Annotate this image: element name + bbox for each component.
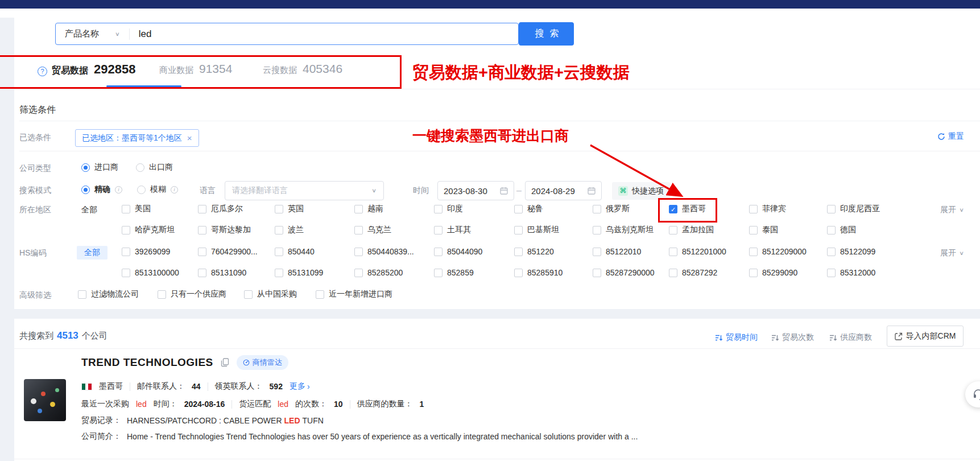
quick-options-button[interactable]: ⌘ 快捷选项 [612, 182, 670, 200]
language-select[interactable]: 请选择翻译语言 ∨ [225, 181, 384, 200]
advanced-option[interactable]: 只有一个供应商 [158, 289, 226, 299]
match-times-count: 10 [334, 400, 343, 409]
import-crm-button[interactable]: 导入内部CRM [887, 326, 964, 347]
hs-option[interactable]: 85122099 [827, 247, 875, 256]
hs-all-option[interactable]: 全部 [77, 246, 107, 260]
checkbox-label: 852859 [447, 268, 474, 277]
hs-option[interactable]: 8512201000 [669, 247, 726, 256]
region-option[interactable]: 越南 [354, 204, 383, 214]
region-option[interactable]: 俄罗斯 [593, 204, 630, 214]
radio-icon [137, 186, 146, 194]
region-option[interactable]: 泰国 [749, 225, 778, 235]
region-option[interactable]: 哈萨克斯坦 [122, 225, 175, 235]
hs-option[interactable]: 85312000 [827, 268, 875, 277]
region-option[interactable]: 秘鲁 [514, 204, 543, 214]
region-option[interactable]: 孟加拉国 [669, 225, 714, 235]
region-option[interactable]: 乌兹别克斯坦 [593, 225, 654, 235]
hs-option[interactable]: 760429900... [198, 247, 258, 256]
checkbox-icon [316, 290, 324, 299]
region-option-mexico-checked[interactable]: ✓墨西哥 [669, 204, 706, 214]
hs-option[interactable]: 850440839... [354, 247, 414, 256]
checkbox-label: 哥斯达黎加 [211, 225, 251, 235]
region-option[interactable]: 英国 [275, 204, 304, 214]
radio-fuzzy-mode[interactable]: 模糊 i [137, 184, 178, 195]
copy-icon[interactable] [221, 358, 229, 367]
checkbox-label: 墨西哥 [682, 204, 706, 214]
hs-option[interactable]: 851220 [514, 247, 554, 256]
company-thumbnail[interactable] [24, 379, 66, 421]
region-option[interactable]: 乌克兰 [354, 225, 391, 235]
hs-option[interactable]: 85299090 [749, 268, 797, 277]
radar-icon [243, 359, 250, 366]
region-option[interactable]: 菲律宾 [749, 204, 786, 214]
advanced-option[interactable]: 从中国采购 [244, 289, 297, 299]
results-count: 4513 [57, 330, 78, 341]
region-option[interactable]: 土耳其 [434, 225, 471, 235]
checkbox-label: 乌兹别克斯坦 [606, 225, 654, 235]
region-option[interactable]: 哥斯达黎加 [198, 225, 251, 235]
date-from-input[interactable]: 2023-08-30 [437, 181, 514, 200]
hs-option[interactable]: 85287290000 [593, 268, 655, 277]
sort-trade-count[interactable]: 贸易次数 [771, 332, 814, 343]
region-option[interactable]: 波兰 [275, 225, 304, 235]
hs-expand-button[interactable]: 展开∨ [940, 248, 964, 258]
checkbox-icon [749, 226, 758, 234]
region-option[interactable]: 巴基斯坦 [514, 225, 559, 235]
radio-importer[interactable]: 进口商 [81, 162, 118, 172]
checkbox-icon [275, 248, 283, 256]
radio-icon [81, 186, 90, 194]
hs-option[interactable]: 85285910 [514, 268, 563, 277]
hs-option[interactable]: 85285200 [354, 268, 403, 277]
checkbox-label: 哈萨克斯坦 [135, 225, 175, 235]
radio-exact-mode[interactable]: 精确 i [81, 184, 122, 195]
sort-trade-time[interactable]: 贸易时间 [715, 332, 758, 343]
info-icon[interactable]: i [171, 186, 178, 194]
tab-cloud-search-data[interactable]: 云搜数据 405346 [263, 62, 342, 76]
hs-option[interactable]: 85122010 [593, 247, 641, 256]
search-field-selector[interactable]: 产品名称 ∨ [56, 28, 129, 39]
email-contacts-label: 邮件联系人： [137, 381, 185, 392]
checkbox-icon [158, 290, 166, 299]
hs-option[interactable]: 85131090 [198, 268, 246, 277]
region-expand-button[interactable]: 展开∨ [940, 205, 964, 215]
region-option[interactable]: 德国 [827, 225, 856, 235]
radio-exporter[interactable]: 出口商 [136, 162, 173, 172]
checkbox-label: 过滤物流公司 [91, 289, 139, 299]
region-option[interactable]: 印度尼西亚 [827, 204, 880, 214]
hs-option[interactable]: 8512209000 [749, 247, 807, 256]
region-option[interactable]: 厄瓜多尔 [198, 204, 243, 214]
hs-option[interactable]: 85044090 [434, 247, 482, 256]
tab-trade-data[interactable]: 贸易数据 292858 [52, 62, 135, 77]
help-icon[interactable]: ? [38, 67, 47, 76]
hs-option[interactable]: 850440 [275, 247, 315, 256]
radio-label: 模糊 [150, 184, 166, 195]
region-all-option[interactable]: 全部 [81, 205, 97, 215]
divider [14, 459, 980, 459]
advanced-option[interactable]: 近一年新增进口商 [316, 289, 392, 299]
close-icon[interactable]: × [187, 133, 192, 143]
checkbox-icon [122, 205, 130, 213]
time-label: 时间 [413, 186, 429, 196]
row-label: 公司类型 [19, 163, 51, 174]
checkbox-label: 85299090 [762, 268, 797, 277]
search-input[interactable] [130, 28, 518, 40]
company-name[interactable]: TREND TECHNOLOGIES [81, 356, 213, 369]
sort-supplier-count[interactable]: 供应商数 [829, 332, 872, 343]
business-radar-badge[interactable]: 商情雷达 [237, 355, 288, 370]
region-option[interactable]: 美国 [122, 204, 151, 214]
tab-business-data[interactable]: 商业数据 91354 [159, 62, 232, 76]
hs-option[interactable]: 85287292 [669, 268, 717, 277]
hs-option[interactable]: 8513100000 [122, 268, 179, 277]
selected-region-tag[interactable]: 已选地区：墨西哥等1个地区 × [75, 129, 199, 147]
info-icon[interactable]: i [115, 186, 122, 194]
reset-button[interactable]: 重置 [937, 131, 964, 142]
region-option[interactable]: 印度 [434, 204, 463, 214]
expand-label: 展开 [940, 205, 956, 215]
date-to-input[interactable]: 2024-08-29 [525, 181, 602, 200]
hs-option[interactable]: 85131099 [275, 268, 323, 277]
hs-option[interactable]: 852859 [434, 268, 474, 277]
advanced-option[interactable]: 过滤物流公司 [78, 289, 139, 299]
more-button[interactable]: 更多 › [290, 381, 310, 392]
search-button[interactable]: 搜索 [519, 22, 574, 46]
hs-option[interactable]: 39269099 [122, 247, 170, 256]
